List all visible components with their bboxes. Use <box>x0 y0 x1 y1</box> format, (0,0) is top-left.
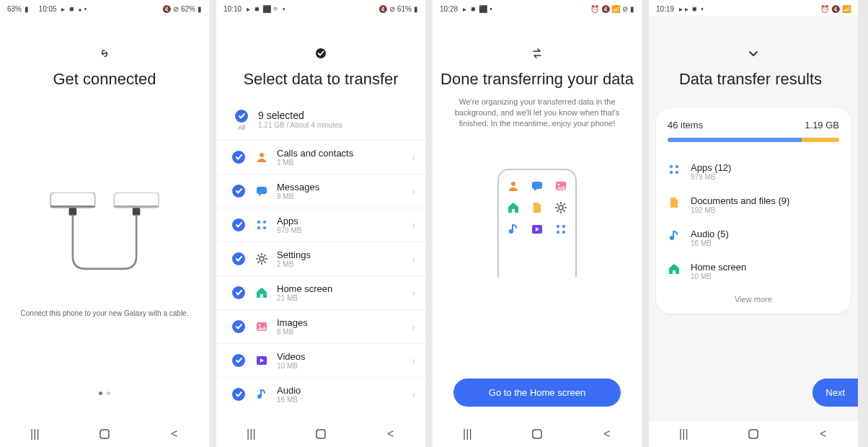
go-home-button[interactable]: Go to the Home screen <box>453 379 621 407</box>
settings-icon <box>255 252 268 265</box>
row-sub: 979 MB <box>277 226 412 234</box>
select-all-checkbox[interactable] <box>235 110 248 123</box>
row-sub: 10 MB <box>277 362 412 370</box>
settings-icon <box>555 202 567 213</box>
message-icon <box>531 180 543 192</box>
navbar: ||| < <box>649 421 858 447</box>
row-sub: 9 MB <box>277 192 412 200</box>
checkbox[interactable] <box>232 286 245 299</box>
checkbox[interactable] <box>232 354 245 367</box>
page-title: Data transfer results <box>672 69 829 89</box>
row-sub: 21 MB <box>277 294 412 302</box>
svg-rect-23 <box>133 208 141 216</box>
row-title: Images <box>277 317 412 328</box>
view-more-button[interactable]: View more <box>668 288 839 306</box>
videos-icon <box>255 354 268 367</box>
svg-rect-22 <box>114 192 159 208</box>
svg-rect-26 <box>533 430 541 438</box>
chevron-right-icon: › <box>412 389 415 400</box>
back-button[interactable]: < <box>816 429 831 439</box>
checkbox[interactable] <box>232 252 245 265</box>
row-sub: 192 MB <box>691 206 789 214</box>
data-row-contact[interactable]: Calls and contacts1 MB› <box>216 140 425 174</box>
data-row-audio[interactable]: Audio16 MB› <box>216 377 425 411</box>
row-sub: 2 MB <box>277 260 412 268</box>
back-button[interactable]: < <box>167 429 182 439</box>
link-icon <box>99 48 110 62</box>
recent-apps-button[interactable]: ||| <box>460 429 474 439</box>
data-row-settings[interactable]: Settings2 MB› <box>216 242 425 275</box>
page-dots <box>99 391 110 395</box>
result-row-apps[interactable]: Apps (12)979 MB <box>668 155 839 188</box>
chevron-right-icon: › <box>412 185 415 197</box>
recent-apps-button[interactable]: ||| <box>244 429 258 439</box>
back-button[interactable]: < <box>384 429 398 439</box>
data-row-home[interactable]: Home screen21 MB› <box>216 275 425 309</box>
row-sub: 16 MB <box>691 239 729 247</box>
result-row-audio[interactable]: Audio (5)16 MB <box>668 221 839 255</box>
dot[interactable] <box>99 391 102 395</box>
row-title: Home screen <box>277 283 412 294</box>
navbar: ||| < <box>433 421 642 447</box>
row-title: Apps (12) <box>691 162 731 173</box>
row-title: Home screen <box>691 262 746 273</box>
instruction-text: Connect this phone to your new Galaxy wi… <box>21 309 189 317</box>
apps-icon <box>555 224 567 235</box>
item-count: 46 items <box>668 120 703 130</box>
chevron-right-icon: › <box>412 219 415 231</box>
back-button[interactable]: < <box>600 429 614 439</box>
home-button[interactable] <box>97 429 112 439</box>
checkbox[interactable] <box>232 185 245 198</box>
home-icon <box>668 262 681 275</box>
select-all-label: All <box>238 124 245 131</box>
home-button[interactable] <box>314 429 328 439</box>
page-title: Get connected <box>45 69 163 89</box>
chevron-right-icon: › <box>412 355 415 366</box>
svg-rect-20 <box>50 192 95 208</box>
checkbox[interactable] <box>232 218 245 231</box>
checkbox[interactable] <box>232 388 245 401</box>
data-row-apps[interactable]: Apps979 MB› <box>216 208 425 242</box>
check-badge-icon <box>315 48 327 62</box>
recent-apps-button[interactable]: ||| <box>27 429 42 439</box>
screen-select-data: 10:10 ▸ ◾ ⬛ ᯤ • 🔇 ⊘ 61%▮ Select data to … <box>216 0 425 447</box>
navbar: ||| < <box>0 421 209 447</box>
row-title: Audio <box>277 385 412 396</box>
contact-icon <box>255 151 268 164</box>
results-card: 46 items 1.19 GB Apps (12)979 MBDocument… <box>656 108 851 314</box>
home-button[interactable] <box>530 429 544 439</box>
result-row-home[interactable]: Home screen10 MB <box>668 255 839 288</box>
dot[interactable] <box>107 391 110 395</box>
battery-right: 62% <box>181 5 195 13</box>
message-icon <box>255 185 268 198</box>
data-row-images[interactable]: Images8 MB› <box>216 309 425 343</box>
clock: 10:28 <box>440 5 458 13</box>
next-button[interactable]: Next <box>812 379 858 407</box>
battery-text: 63% <box>7 5 22 13</box>
apps-icon <box>668 163 681 176</box>
row-sub: 8 MB <box>277 328 412 336</box>
videos-icon <box>531 224 543 235</box>
row-title: Audio (5) <box>691 229 729 239</box>
images-icon <box>555 180 567 192</box>
row-title: Apps <box>277 216 412 226</box>
home-button[interactable] <box>746 429 761 439</box>
row-title: Settings <box>277 249 412 260</box>
recent-apps-button[interactable]: ||| <box>676 429 691 439</box>
statusbar: 10:19 ▸ ▸ ◾ • ⏰ 🔇 📶 <box>649 0 858 16</box>
data-row-videos[interactable]: Videos10 MB› <box>216 343 425 377</box>
row-sub: 1 MB <box>277 159 412 167</box>
row-sub: 16 MB <box>277 396 412 404</box>
chevron-right-icon: › <box>412 321 415 332</box>
svg-rect-27 <box>749 430 758 438</box>
row-sub: 979 MB <box>691 173 731 181</box>
chevron-right-icon: › <box>412 253 415 265</box>
data-row-message[interactable]: Messages9 MB› <box>216 174 425 208</box>
checkbox[interactable] <box>232 151 245 164</box>
row-title: Calls and contacts <box>277 148 412 159</box>
checkbox[interactable] <box>232 320 245 333</box>
result-row-doc[interactable]: Documents and files (9)192 MB <box>668 188 839 221</box>
audio-icon <box>508 224 519 235</box>
row-sub: 10 MB <box>691 273 746 280</box>
doc-icon <box>531 202 543 213</box>
